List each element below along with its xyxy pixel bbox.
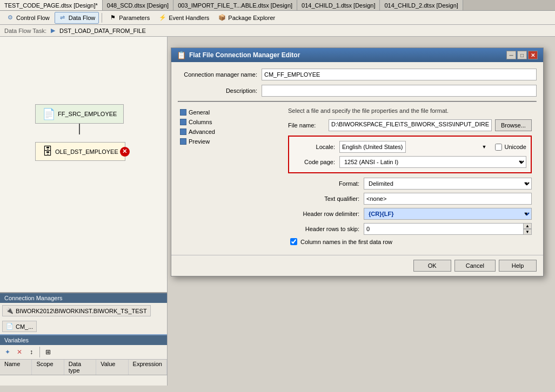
nav-item-advanced[interactable]: Advanced xyxy=(178,127,226,137)
browse-btn[interactable]: Browse... xyxy=(495,119,532,131)
conn-name-label: Connection manager name: xyxy=(178,71,262,78)
column-names-row: Column names in the first data row xyxy=(288,238,532,245)
cancel-btn[interactable]: Cancel xyxy=(454,260,496,272)
file-name-input[interactable]: D:\BIWORKSPACE_FILE\TS_BIWORK_SSIS\INPUT… xyxy=(329,119,492,131)
modal-nav: General Columns Advanced Preview xyxy=(178,107,226,248)
conn-name-row: Connection manager name: xyxy=(178,69,537,80)
header-rows-skip-label: Header rows to skip: xyxy=(288,226,364,232)
unicode-label: Unicode xyxy=(504,144,526,150)
codepage-row: Code page: 1252 (ANSI - Latin I) xyxy=(293,156,526,168)
codepage-select[interactable]: 1252 (ANSI - Latin I) xyxy=(339,156,526,168)
nav-item-general[interactable]: General xyxy=(178,107,226,117)
header-rows-skip-row: Header rows to skip: ▲ ▼ xyxy=(288,223,532,235)
highlight-section: Locale: English (United States) Unicode xyxy=(288,136,532,173)
file-name-row: File name: D:\BIWORKSPACE_FILE\TS_BIWORK… xyxy=(288,119,532,131)
desc-label: Description: xyxy=(178,87,262,94)
locale-row: Locale: English (United States) Unicode xyxy=(293,141,526,153)
modal-maximize-btn[interactable]: □ xyxy=(517,51,527,59)
nav-advanced-icon xyxy=(180,129,186,135)
locale-select-wrapper: English (United States) xyxy=(339,141,490,153)
modal-title-icon: 📋 xyxy=(177,51,186,59)
nav-preview-icon xyxy=(180,138,186,145)
conn-name-input[interactable] xyxy=(262,69,537,80)
text-qualifier-input[interactable] xyxy=(364,193,532,205)
format-label: Format: xyxy=(288,180,364,187)
desc-row: Description: xyxy=(178,85,537,97)
unicode-checkbox[interactable] xyxy=(495,144,502,151)
hrd-select[interactable]: {CR}{LF} xyxy=(364,208,532,220)
ok-btn[interactable]: OK xyxy=(413,260,451,272)
format-select-wrapper: Delimited xyxy=(364,178,532,190)
file-name-label: File name: xyxy=(288,122,329,129)
column-names-label: Column names in the first data row xyxy=(300,239,392,245)
modal-overlay: 📋 Flat File Connection Manager Editor ─ … xyxy=(0,0,555,392)
nav-columns-icon xyxy=(180,119,186,125)
column-names-checkbox[interactable] xyxy=(290,238,297,245)
header-row-delimiter-label: Header row delimiter: xyxy=(288,211,364,217)
nav-item-columns[interactable]: Columns xyxy=(178,117,226,127)
modal-minimize-btn[interactable]: ─ xyxy=(506,51,516,59)
codepage-label: Code page: xyxy=(293,159,339,165)
text-qualifier-label: Text qualifier: xyxy=(288,195,364,202)
modal-footer: OK Cancel Help xyxy=(171,255,543,276)
spin-up-btn[interactable]: ▲ xyxy=(523,223,532,229)
format-select[interactable]: Delimited xyxy=(364,178,532,190)
modal-title-bar: 📋 Flat File Connection Manager Editor ─ … xyxy=(171,48,543,62)
modal-title-buttons: ─ □ ✕ xyxy=(506,51,538,59)
help-btn[interactable]: Help xyxy=(499,260,537,272)
modal-nav-content: General Columns Advanced Preview xyxy=(178,107,537,248)
locale-select[interactable]: English (United States) xyxy=(339,141,406,153)
header-rows-skip-spinner: ▲ ▼ xyxy=(364,223,532,235)
modal-close-btn[interactable]: ✕ xyxy=(528,51,538,59)
spin-down-btn[interactable]: ▼ xyxy=(523,229,532,235)
flat-file-editor-modal: 📋 Flat File Connection Manager Editor ─ … xyxy=(171,48,544,276)
modal-body: Connection manager name: Description: Ge… xyxy=(171,62,543,255)
header-row-delimiter-row: Header row delimiter: {CR}{LF} xyxy=(288,208,532,220)
locale-label: Locale: xyxy=(293,144,339,150)
nav-item-preview[interactable]: Preview xyxy=(178,137,226,146)
text-qualifier-row: Text qualifier: xyxy=(288,193,532,205)
format-row: Format: Delimited xyxy=(288,178,532,190)
header-rows-skip-input[interactable] xyxy=(364,223,523,235)
spin-buttons: ▲ ▼ xyxy=(523,223,532,235)
desc-input[interactable] xyxy=(262,85,537,97)
hrd-select-wrapper: {CR}{LF} xyxy=(364,208,532,220)
modal-main-content: Select a file and specify the file prope… xyxy=(288,107,532,248)
content-desc: Select a file and specify the file prope… xyxy=(288,107,532,114)
codepage-select-wrapper: 1252 (ANSI - Latin I) xyxy=(339,156,526,168)
nav-general-icon xyxy=(180,109,186,116)
